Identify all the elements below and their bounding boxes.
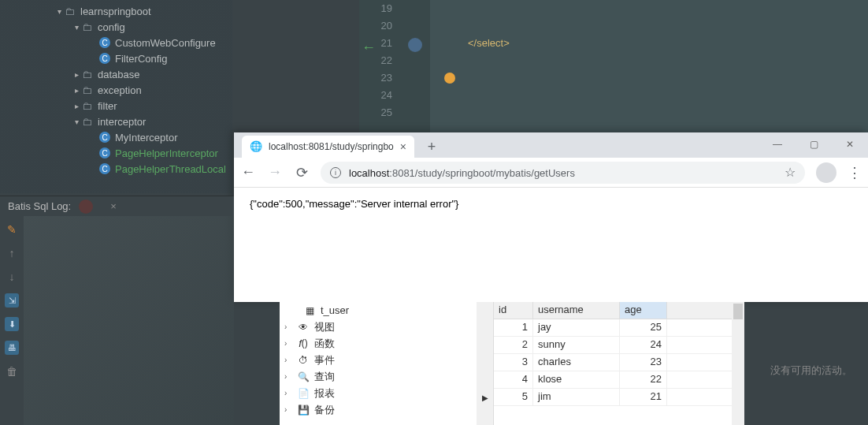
db-item-backups[interactable]: › 💾 备份 [280,401,477,418]
vcs-avatar-icon[interactable] [408,38,422,52]
chevron-down-icon: ▾ [54,7,65,16]
tree-label: PageHelperInterceptor [115,147,218,159]
export-icon[interactable]: ⇲ [5,293,19,308]
tab-title: localhost:8081/study/springbo [269,141,394,152]
table-row[interactable]: 3 charles 23 [494,354,732,371]
folder-icon: 🗀 [82,21,95,32]
line-numbers: 19 20 21 22 23 24 25 [359,0,430,132]
log-toolbar: ✎ ↑ ↓ ⇲ ⬇ 🖶 🗑 [0,216,24,425]
bookmark-icon[interactable]: ☆ [785,165,796,180]
db-label: 查询 [314,370,335,384]
profile-icon[interactable] [816,162,836,183]
window-controls: — ▢ ✕ [759,132,868,156]
down-arrow-icon[interactable]: ↓ [5,270,19,284]
browser-tabstrip: 🌐 localhost:8081/study/springbo × + — ▢ … [234,132,868,158]
pencil-icon[interactable]: ✎ [5,222,19,237]
class-icon: C [99,163,110,174]
globe-icon: 🌐 [250,140,262,153]
tree-folder-config[interactable]: ▾ 🗀 config [0,19,232,35]
chevron-right-icon: ▸ [71,86,82,95]
view-icon: 👁 [297,322,310,333]
chevron-right-icon: › [284,372,292,381]
data-grid: ▶ id username age 1 jay 25 2 sunny 24 3 … [477,302,744,425]
tree-class-customwebconfigure[interactable]: C CustomWebConfigure [0,35,232,50]
browser-toolbar: ← → ⟳ i localhost:8081/study/springboot/… [234,158,868,188]
table-row[interactable]: 4 klose 22 [494,371,732,389]
menu-icon[interactable]: ⋮ [848,164,862,181]
function-icon: f() [297,337,310,349]
db-label: 事件 [314,353,335,367]
log-badge-icon [79,199,93,214]
page-content: {"code":500,"message":"Server internal e… [234,188,868,219]
close-icon[interactable]: × [110,200,117,212]
tree-folder-root[interactable]: ▾ 🗀 learnspringboot [0,3,232,19]
tree-class-myinterceptor[interactable]: C MyInterceptor [0,129,232,145]
tree-class-filterconfig[interactable]: C FilterConfig [0,50,232,66]
new-tab-button[interactable]: + [421,136,443,158]
back-arrow-icon[interactable]: ← [362,39,376,56]
db-tree-panel: ▦ t_user › 👁 视图 › f() 函数 › ⏱ 事件 › 🔍 查询 ›… [280,302,477,425]
db-label: t_user [321,304,349,316]
download-icon[interactable]: ⬇ [5,317,19,331]
browser-tab[interactable]: 🌐 localhost:8081/study/springbo × [242,136,414,158]
background-image [24,216,234,425]
table-row[interactable]: 2 sunny 24 [494,337,732,354]
tree-folder-database[interactable]: ▸ 🗀 database [0,66,232,82]
db-item-views[interactable]: › 👁 视图 [280,319,477,335]
tree-class-pagehelperthreadlocal[interactable]: C PageHelperThreadLocal [0,161,232,177]
chevron-right-icon: › [284,389,292,397]
print-icon[interactable]: 🖶 [5,341,19,355]
tree-folder-filter[interactable]: ▸ 🗀 filter [0,98,232,114]
grid-table[interactable]: id username age 1 jay 25 2 sunny 24 3 ch… [494,302,732,425]
class-icon: C [99,147,110,158]
forward-button[interactable]: → [267,164,283,181]
tree-folder-exception[interactable]: ▸ 🗀 exception [0,82,232,98]
col-header-id[interactable]: id [494,302,533,319]
tree-label: CustomWebConfigure [115,37,216,49]
trash-icon[interactable]: 🗑 [5,364,19,378]
folder-icon: 🗀 [65,6,77,17]
table-row[interactable]: 5 jim 21 [494,389,732,406]
browser-window: 🌐 localhost:8081/study/springbo × + — ▢ … [234,132,868,302]
class-icon: C [99,37,110,48]
col-header-username[interactable]: username [533,302,620,319]
tree-label: config [98,21,125,33]
db-label: 备份 [314,403,335,417]
class-icon: C [99,53,110,64]
info-icon[interactable]: i [330,167,341,178]
code-editor[interactable]: 19 20 21 22 23 24 25 </select> <select i… [359,0,868,132]
db-item-queries[interactable]: › 🔍 查询 [280,368,477,385]
chevron-right-icon: › [284,339,292,348]
report-icon: 📄 [297,388,310,399]
minimize-button[interactable]: — [759,132,796,156]
reload-button[interactable]: ⟳ [294,164,310,181]
back-button[interactable]: ← [240,164,256,181]
scrollbar-thumb[interactable] [733,304,743,319]
tree-class-pagehelperinterceptor[interactable]: C PageHelperInterceptor [0,145,232,161]
up-arrow-icon[interactable]: ↑ [5,246,19,260]
class-icon: C [99,132,110,143]
close-icon[interactable]: × [400,140,406,153]
address-bar[interactable]: i localhost:8081/study/springboot/mybati… [321,162,805,184]
log-title: Batis Sql Log: [8,200,71,212]
tree-label: MyInterceptor [115,132,177,144]
tree-label: exception [98,84,142,96]
chevron-right-icon: › [284,322,292,331]
db-item-events[interactable]: › ⏱ 事件 [280,352,477,368]
chevron-right-icon: ▸ [71,102,82,110]
db-table-tuser[interactable]: ▦ t_user [280,302,477,319]
tree-label: FilterConfig [115,53,167,65]
light-bulb-icon[interactable] [444,73,455,84]
db-item-reports[interactable]: › 📄 报表 [280,385,477,401]
table-icon: ▦ [303,305,316,316]
maximize-button[interactable]: ▢ [796,132,832,156]
close-button[interactable]: ✕ [832,132,868,156]
table-row[interactable]: 1 jay 25 [494,319,732,337]
col-header-age[interactable]: age [620,302,667,319]
chevron-right-icon: › [284,405,292,414]
code-content[interactable]: </select> <select id="getUsers" resultTy… [430,0,868,132]
scrollbar[interactable] [732,302,744,425]
grid-row-gutter: ▶ [477,302,494,425]
db-item-functions[interactable]: › f() 函数 [280,335,477,352]
tree-folder-interceptor[interactable]: ▾ 🗀 interceptor [0,114,232,129]
